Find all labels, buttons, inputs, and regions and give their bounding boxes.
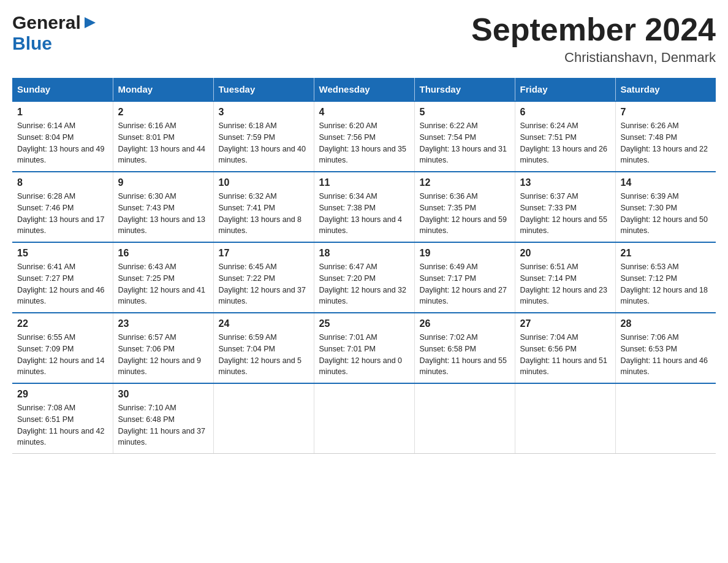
- day-number: 12: [420, 177, 510, 188]
- calendar-cell: 26 Sunrise: 7:02 AMSunset: 6:58 PMDaylig…: [414, 313, 515, 383]
- calendar-cell: 10 Sunrise: 6:32 AMSunset: 7:41 PMDaylig…: [213, 172, 314, 242]
- calendar-week-row: 8 Sunrise: 6:28 AMSunset: 7:46 PMDayligh…: [12, 172, 716, 242]
- day-info: Sunrise: 7:10 AMSunset: 6:48 PMDaylight:…: [118, 402, 208, 448]
- day-number: 14: [621, 177, 711, 188]
- day-number: 25: [319, 318, 409, 329]
- calendar-cell: 13 Sunrise: 6:37 AMSunset: 7:33 PMDaylig…: [515, 172, 615, 242]
- calendar-cell: 1 Sunrise: 6:14 AMSunset: 8:04 PMDayligh…: [12, 101, 113, 172]
- day-number: 4: [319, 107, 409, 118]
- calendar-cell: 8 Sunrise: 6:28 AMSunset: 7:46 PMDayligh…: [12, 172, 113, 242]
- day-info: Sunrise: 6:16 AMSunset: 8:01 PMDaylight:…: [118, 120, 208, 166]
- day-info: Sunrise: 6:55 AMSunset: 7:09 PMDaylight:…: [17, 332, 108, 378]
- day-info: Sunrise: 7:06 AMSunset: 6:53 PMDaylight:…: [621, 332, 711, 378]
- day-info: Sunrise: 6:41 AMSunset: 7:27 PMDaylight:…: [17, 261, 108, 307]
- day-number: 11: [319, 177, 409, 188]
- day-info: Sunrise: 6:26 AMSunset: 7:48 PMDaylight:…: [621, 120, 711, 166]
- day-number: 16: [118, 248, 208, 259]
- logo-blue-text: Blue: [12, 33, 52, 53]
- calendar-day-header-friday: Friday: [515, 78, 615, 101]
- day-number: 24: [219, 318, 309, 329]
- day-number: 29: [17, 389, 108, 400]
- calendar-cell: 4 Sunrise: 6:20 AMSunset: 7:56 PMDayligh…: [314, 101, 414, 172]
- day-number: 7: [621, 107, 711, 118]
- calendar-cell: [414, 383, 515, 454]
- day-info: Sunrise: 7:08 AMSunset: 6:51 PMDaylight:…: [17, 402, 108, 448]
- day-number: 30: [118, 389, 208, 400]
- day-info: Sunrise: 6:32 AMSunset: 7:41 PMDaylight:…: [219, 191, 309, 237]
- day-info: Sunrise: 6:28 AMSunset: 7:46 PMDaylight:…: [17, 191, 108, 237]
- calendar-cell: 5 Sunrise: 6:22 AMSunset: 7:54 PMDayligh…: [414, 101, 515, 172]
- logo-triangle-icon: [83, 16, 97, 29]
- calendar-cell: [213, 383, 314, 454]
- day-info: Sunrise: 6:37 AMSunset: 7:33 PMDaylight:…: [520, 191, 610, 237]
- calendar-cell: 15 Sunrise: 6:41 AMSunset: 7:27 PMDaylig…: [12, 242, 113, 313]
- calendar-cell: 16 Sunrise: 6:43 AMSunset: 7:25 PMDaylig…: [113, 242, 213, 313]
- calendar-cell: 20 Sunrise: 6:51 AMSunset: 7:14 PMDaylig…: [515, 242, 615, 313]
- day-number: 26: [420, 318, 510, 329]
- calendar-cell: 24 Sunrise: 6:59 AMSunset: 7:04 PMDaylig…: [213, 313, 314, 383]
- logo: General Blue: [12, 12, 97, 54]
- calendar-cell: [615, 383, 716, 454]
- calendar-cell: 21 Sunrise: 6:53 AMSunset: 7:12 PMDaylig…: [615, 242, 716, 313]
- calendar-day-header-tuesday: Tuesday: [213, 78, 314, 101]
- calendar-week-row: 15 Sunrise: 6:41 AMSunset: 7:27 PMDaylig…: [12, 242, 716, 313]
- day-info: Sunrise: 7:02 AMSunset: 6:58 PMDaylight:…: [420, 332, 510, 378]
- calendar-cell: 6 Sunrise: 6:24 AMSunset: 7:51 PMDayligh…: [515, 101, 615, 172]
- svg-marker-0: [85, 17, 96, 28]
- day-info: Sunrise: 6:20 AMSunset: 7:56 PMDaylight:…: [319, 120, 409, 166]
- calendar-cell: 22 Sunrise: 6:55 AMSunset: 7:09 PMDaylig…: [12, 313, 113, 383]
- day-number: 18: [319, 248, 409, 259]
- title-block: September 2024 Christianshavn, Denmark: [471, 12, 716, 66]
- day-number: 28: [621, 318, 711, 329]
- calendar-cell: [314, 383, 414, 454]
- day-info: Sunrise: 6:36 AMSunset: 7:35 PMDaylight:…: [420, 191, 510, 237]
- day-number: 22: [17, 318, 108, 329]
- day-info: Sunrise: 6:34 AMSunset: 7:38 PMDaylight:…: [319, 191, 409, 237]
- calendar-cell: 29 Sunrise: 7:08 AMSunset: 6:51 PMDaylig…: [12, 383, 113, 454]
- day-info: Sunrise: 6:45 AMSunset: 7:22 PMDaylight:…: [219, 261, 309, 307]
- calendar-header-row: SundayMondayTuesdayWednesdayThursdayFrid…: [12, 78, 716, 101]
- day-number: 17: [219, 248, 309, 259]
- calendar-day-header-sunday: Sunday: [12, 78, 113, 101]
- day-info: Sunrise: 6:59 AMSunset: 7:04 PMDaylight:…: [219, 332, 309, 378]
- calendar-cell: 30 Sunrise: 7:10 AMSunset: 6:48 PMDaylig…: [113, 383, 213, 454]
- calendar-week-row: 29 Sunrise: 7:08 AMSunset: 6:51 PMDaylig…: [12, 383, 716, 454]
- day-info: Sunrise: 6:22 AMSunset: 7:54 PMDaylight:…: [420, 120, 510, 166]
- day-info: Sunrise: 6:24 AMSunset: 7:51 PMDaylight:…: [520, 120, 610, 166]
- day-number: 15: [17, 248, 108, 259]
- calendar-week-row: 22 Sunrise: 6:55 AMSunset: 7:09 PMDaylig…: [12, 313, 716, 383]
- calendar-cell: 25 Sunrise: 7:01 AMSunset: 7:01 PMDaylig…: [314, 313, 414, 383]
- day-number: 1: [17, 107, 108, 118]
- calendar-cell: 11 Sunrise: 6:34 AMSunset: 7:38 PMDaylig…: [314, 172, 414, 242]
- calendar-cell: 17 Sunrise: 6:45 AMSunset: 7:22 PMDaylig…: [213, 242, 314, 313]
- day-info: Sunrise: 6:39 AMSunset: 7:30 PMDaylight:…: [621, 191, 711, 237]
- calendar-cell: 28 Sunrise: 7:06 AMSunset: 6:53 PMDaylig…: [615, 313, 716, 383]
- day-info: Sunrise: 6:53 AMSunset: 7:12 PMDaylight:…: [621, 261, 711, 307]
- calendar-cell: 3 Sunrise: 6:18 AMSunset: 7:59 PMDayligh…: [213, 101, 314, 172]
- calendar-cell: 18 Sunrise: 6:47 AMSunset: 7:20 PMDaylig…: [314, 242, 414, 313]
- calendar-day-header-thursday: Thursday: [414, 78, 515, 101]
- day-info: Sunrise: 6:30 AMSunset: 7:43 PMDaylight:…: [118, 191, 208, 237]
- day-info: Sunrise: 7:01 AMSunset: 7:01 PMDaylight:…: [319, 332, 409, 378]
- day-info: Sunrise: 6:18 AMSunset: 7:59 PMDaylight:…: [219, 120, 309, 166]
- day-number: 10: [219, 177, 309, 188]
- day-number: 13: [520, 177, 610, 188]
- calendar-cell: 12 Sunrise: 6:36 AMSunset: 7:35 PMDaylig…: [414, 172, 515, 242]
- calendar-cell: 19 Sunrise: 6:49 AMSunset: 7:17 PMDaylig…: [414, 242, 515, 313]
- day-number: 19: [420, 248, 510, 259]
- calendar-week-row: 1 Sunrise: 6:14 AMSunset: 8:04 PMDayligh…: [12, 101, 716, 172]
- calendar-cell: 23 Sunrise: 6:57 AMSunset: 7:06 PMDaylig…: [113, 313, 213, 383]
- day-number: 21: [621, 248, 711, 259]
- day-info: Sunrise: 6:49 AMSunset: 7:17 PMDaylight:…: [420, 261, 510, 307]
- day-number: 6: [520, 107, 610, 118]
- day-number: 27: [520, 318, 610, 329]
- calendar-day-header-wednesday: Wednesday: [314, 78, 414, 101]
- location-title: Christianshavn, Denmark: [471, 50, 716, 66]
- day-number: 20: [520, 248, 610, 259]
- month-title: September 2024: [471, 12, 716, 47]
- day-number: 5: [420, 107, 510, 118]
- calendar-cell: 27 Sunrise: 7:04 AMSunset: 6:56 PMDaylig…: [515, 313, 615, 383]
- day-info: Sunrise: 6:47 AMSunset: 7:20 PMDaylight:…: [319, 261, 409, 307]
- calendar-cell: [515, 383, 615, 454]
- day-info: Sunrise: 6:57 AMSunset: 7:06 PMDaylight:…: [118, 332, 208, 378]
